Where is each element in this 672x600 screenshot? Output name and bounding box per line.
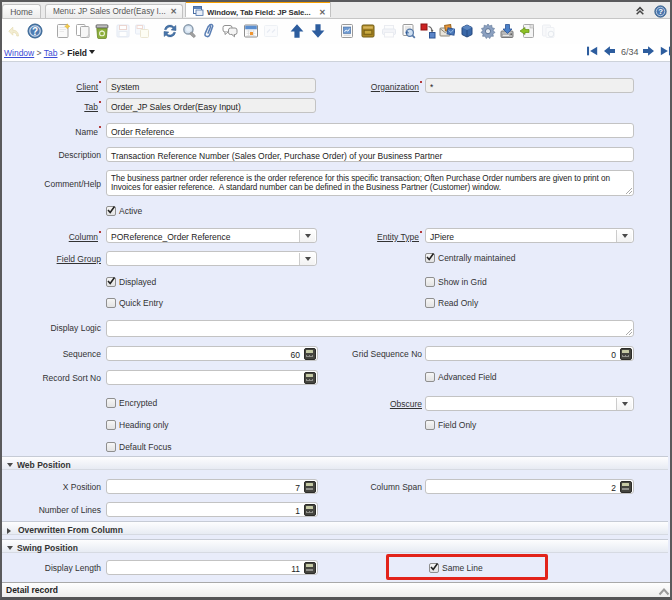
svg-text:?: ? bbox=[32, 26, 38, 37]
svg-text:?: ? bbox=[658, 7, 663, 16]
